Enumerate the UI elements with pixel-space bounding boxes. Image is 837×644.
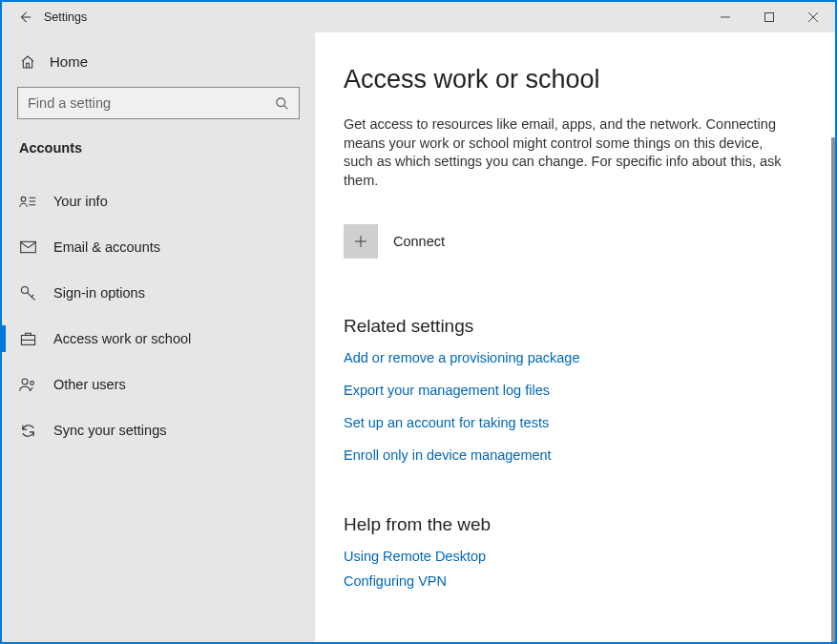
sidebar: Home Accounts xyxy=(2,32,315,642)
sidebar-item-label: Your info xyxy=(53,194,108,209)
window-title: Settings xyxy=(44,10,87,24)
key-icon xyxy=(19,285,36,301)
svg-point-4 xyxy=(277,97,285,106)
search-input[interactable] xyxy=(28,95,275,111)
minimize-button[interactable] xyxy=(703,2,747,32)
connect-button[interactable]: Connect xyxy=(344,224,806,259)
plus-icon xyxy=(344,224,378,259)
sidebar-item-label: Sync your settings xyxy=(53,423,166,438)
person-card-icon xyxy=(19,194,36,209)
settings-window: Settings Home xyxy=(0,0,837,644)
sidebar-item-label: Access work or school xyxy=(53,331,191,346)
home-label: Home xyxy=(50,53,88,70)
svg-line-5 xyxy=(283,105,287,109)
svg-rect-10 xyxy=(20,241,35,252)
close-button[interactable] xyxy=(791,2,835,32)
briefcase-icon xyxy=(19,331,36,346)
sidebar-item-label: Email & accounts xyxy=(53,239,160,255)
home-nav[interactable]: Home xyxy=(17,48,300,87)
svg-rect-1 xyxy=(765,13,774,22)
people-icon xyxy=(19,377,36,392)
sidebar-item-your-info[interactable]: Your info xyxy=(17,180,300,222)
search-box[interactable] xyxy=(17,87,300,119)
sidebar-item-sign-in-options[interactable]: Sign-in options xyxy=(17,272,300,314)
window-body: Home Accounts xyxy=(2,32,835,642)
back-button[interactable] xyxy=(11,10,38,24)
content-pane: Access work or school Get access to reso… xyxy=(315,32,835,642)
sidebar-item-email-accounts[interactable]: Email & accounts xyxy=(17,226,300,268)
link-setup-test-account[interactable]: Set up an account for taking tests xyxy=(344,415,806,430)
related-links: Add or remove a provisioning package Exp… xyxy=(344,350,806,463)
page-description: Get access to resources like email, apps… xyxy=(344,115,783,190)
sidebar-item-sync-settings[interactable]: Sync your settings xyxy=(17,409,300,451)
sync-icon xyxy=(19,423,36,439)
sidebar-item-other-users[interactable]: Other users xyxy=(17,364,300,405)
link-provisioning-package[interactable]: Add or remove a provisioning package xyxy=(344,350,806,365)
scrollbar[interactable] xyxy=(831,137,835,642)
maximize-button[interactable] xyxy=(747,2,791,32)
nav-list: Your info Email & accounts xyxy=(17,180,300,451)
sidebar-item-label: Other users xyxy=(53,377,126,392)
search-icon xyxy=(275,96,289,111)
related-settings-heading: Related settings xyxy=(344,316,806,337)
svg-point-6 xyxy=(21,197,26,201)
svg-point-11 xyxy=(21,286,28,293)
svg-point-14 xyxy=(22,379,28,384)
titlebar: Settings xyxy=(2,2,835,32)
help-links: Using Remote Desktop Configuring VPN xyxy=(344,549,806,589)
sidebar-item-access-work-school[interactable]: Access work or school xyxy=(17,318,300,360)
link-remote-desktop[interactable]: Using Remote Desktop xyxy=(344,549,806,564)
home-icon xyxy=(19,54,36,70)
sidebar-item-label: Sign-in options xyxy=(53,285,145,301)
page-title: Access work or school xyxy=(344,65,806,94)
category-heading: Accounts xyxy=(17,140,300,156)
connect-label: Connect xyxy=(393,234,445,249)
link-configuring-vpn[interactable]: Configuring VPN xyxy=(344,573,806,589)
svg-point-15 xyxy=(31,382,34,385)
help-heading: Help from the web xyxy=(344,514,806,535)
link-export-log-files[interactable]: Export your management log files xyxy=(344,383,806,398)
envelope-icon xyxy=(19,240,36,254)
link-enroll-device-management[interactable]: Enroll only in device management xyxy=(344,447,806,463)
window-controls xyxy=(703,2,835,32)
